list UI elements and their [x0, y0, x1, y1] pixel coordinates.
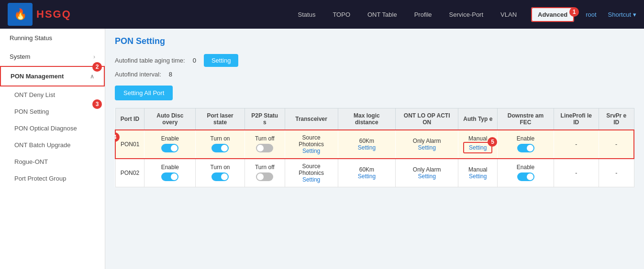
pon01-badge: 4 [115, 132, 120, 142]
th-port-id: Port ID [115, 108, 144, 130]
nav-advanced[interactable]: Advanced [531, 7, 574, 22]
cell-pon02-p2p-status: Turn off [244, 159, 285, 187]
link-pon02-transceiver-setting[interactable]: Setting [290, 176, 333, 183]
table-header-row: Port ID Auto Disc overy Port laser state… [115, 108, 634, 130]
cell-pon02-auth-type: Manual Setting [458, 159, 498, 187]
cell-pon01-downstream-fec: Enable [498, 130, 554, 159]
th-auth-type: Auth Typ e [458, 108, 498, 130]
autofind-aging-value: 0 [193, 57, 196, 64]
cell-pon01-ont-loop-action: Only Alarm Setting [396, 130, 458, 159]
nav-topo[interactable]: TOPO [330, 9, 353, 20]
cell-pon02-port-laser-state: Turn on [196, 159, 245, 187]
sidebar-item-pon-setting[interactable]: PON Setting [0, 103, 105, 120]
cell-pon01-auto-discovery: Enable [144, 130, 196, 159]
settings-autofind-aging-row: Autofind table aging time: 0 Setting [115, 54, 634, 67]
toggle-pon02-port-laser[interactable] [211, 172, 229, 181]
cell-pon02-auto-discovery: Enable [144, 159, 196, 187]
toggle-pon01-p2p[interactable] [256, 144, 273, 152]
cell-pon01-p2p-status: Turn off [244, 130, 285, 159]
cell-pon01-max-logic-distance: 60Km Setting [338, 130, 396, 159]
auth-setting-badge: 5 [488, 137, 497, 147]
nav-profile[interactable]: Profile [411, 9, 435, 20]
nav-ont-table[interactable]: ONT Table [365, 9, 400, 20]
pon-management-badge: 2 [92, 62, 102, 72]
cell-pon01-auth-type: Manual Setting 5 [458, 130, 498, 159]
page-title: PON Setting [115, 36, 634, 46]
link-pon02-ont-loop-setting[interactable]: Setting [400, 173, 453, 180]
link-pon01-transceiver-setting[interactable]: Setting [290, 148, 333, 154]
logo-icon: 🔥 [14, 8, 27, 21]
sidebar-item-rogue-ont[interactable]: Rogue-ONT [0, 153, 105, 170]
th-transceiver: Transceiver [285, 108, 338, 130]
pon-table-wrapper: Port ID Auto Disc overy Port laser state… [115, 108, 634, 187]
pon-setting-badge: 3 [92, 99, 102, 109]
settings-autofind-interval-row: Autofind interval: 8 [115, 71, 634, 78]
cell-pon02-max-logic-distance: 60Km Setting [338, 159, 396, 187]
th-line-profile-id: LineProfi le ID [554, 108, 599, 130]
autofind-interval-value: 8 [169, 71, 172, 78]
sidebar-item-system[interactable]: System › [0, 47, 105, 66]
advanced-badge: 1 [569, 7, 579, 17]
setting-button[interactable]: Setting [204, 54, 238, 67]
sidebar-item-port-protect-group[interactable]: Port Protect Group [0, 170, 105, 187]
th-srv-profile-id: SrvPr e ID [599, 108, 634, 130]
toggle-pon02-downstream-fec[interactable] [517, 172, 534, 181]
toggle-pon01-downstream-fec[interactable] [517, 144, 534, 152]
toggle-pon01-port-laser[interactable] [211, 144, 229, 152]
nav-advanced-wrapper: Advanced 1 [531, 11, 574, 18]
cell-pon01-srv-profile-id: - [599, 130, 634, 159]
header: 🔥 HSGQ Status TOPO ONT Table Profile Ser… [0, 0, 644, 29]
table-row-pon02: PON02 Enable Turn on Turn off [115, 159, 634, 187]
cell-pon01-line-profile-id: - [554, 130, 599, 159]
logo-text: HSGQ [36, 8, 71, 21]
toggle-pon02-auto-discovery[interactable] [161, 172, 178, 181]
nav-vlan[interactable]: VLAN [498, 9, 520, 20]
sidebar-item-ont-batch-upgrade[interactable]: ONT Batch Upgrade [0, 137, 105, 153]
link-pon01-max-logic-setting[interactable]: Setting [343, 144, 391, 151]
th-max-logic-distance: Max logic distance [338, 108, 396, 130]
link-pon02-max-logic-setting[interactable]: Setting [343, 173, 391, 180]
pon-table: Port ID Auto Disc overy Port laser state… [115, 108, 634, 187]
main-content: PON Setting Autofind table aging time: 0… [105, 29, 644, 269]
setting-all-port-button[interactable]: Setting All Port [115, 86, 173, 100]
th-ont-loop-action: ONT LO OP ACTI ON [396, 108, 458, 130]
th-port-laser-state: Port laser state [196, 108, 245, 130]
cell-pon02-transceiver: Source Photonics Setting [285, 159, 338, 187]
layout: Running Status System › PON Management ∧… [0, 29, 644, 269]
table-row-pon01: PON01 4 Enable Turn on [115, 130, 634, 159]
nav-service-port[interactable]: Service-Port [446, 9, 487, 20]
cell-pon01-port-laser-state: Turn on [196, 130, 245, 159]
sidebar: Running Status System › PON Management ∧… [0, 29, 105, 269]
cell-pon01-transceiver: Source Photonics Setting [285, 130, 338, 159]
chevron-up-icon: ∧ [90, 73, 94, 80]
nav-menu: Status TOPO ONT Table Profile Service-Po… [295, 9, 636, 20]
autofind-interval-label: Autofind interval: [115, 71, 161, 78]
nav-status[interactable]: Status [295, 9, 319, 20]
logo-box: 🔥 [8, 3, 33, 26]
toggle-pon01-auto-discovery[interactable] [161, 144, 178, 152]
chevron-down-icon: ▾ [633, 11, 636, 18]
nav-user[interactable]: root [586, 11, 596, 18]
th-downstream-fec: Downstre am FEC [498, 108, 554, 130]
cell-pon01-id: PON01 4 [115, 130, 144, 159]
link-pon01-ont-loop-setting[interactable]: Setting [400, 144, 453, 151]
cell-pon02-downstream-fec: Enable [498, 159, 554, 187]
nav-shortcut[interactable]: Shortcut ▾ [608, 11, 636, 18]
cell-pon02-srv-profile-id: - [599, 159, 634, 187]
logo-area: 🔥 HSGQ [8, 3, 71, 26]
cell-pon02-id: PON02 [115, 159, 144, 187]
autofind-aging-label: Autofind table aging time: [115, 57, 185, 64]
sidebar-item-ont-deny-list[interactable]: ONT Deny List [0, 86, 105, 103]
sidebar-item-pon-optical-diagnose[interactable]: PON Optical Diagnose [0, 120, 105, 137]
th-p2p-status: P2P Statu s [244, 108, 285, 130]
link-pon02-auth-setting[interactable]: Setting [463, 173, 492, 180]
sidebar-item-pon-management[interactable]: PON Management ∧ [0, 66, 105, 86]
sidebar-item-running-status[interactable]: Running Status [0, 29, 105, 47]
th-auto-discovery: Auto Disc overy [144, 108, 196, 130]
chevron-right-icon: › [93, 54, 95, 60]
cell-pon02-line-profile-id: - [554, 159, 599, 187]
cell-pon02-ont-loop-action: Only Alarm Setting [396, 159, 458, 187]
toggle-pon02-p2p[interactable] [256, 172, 273, 181]
